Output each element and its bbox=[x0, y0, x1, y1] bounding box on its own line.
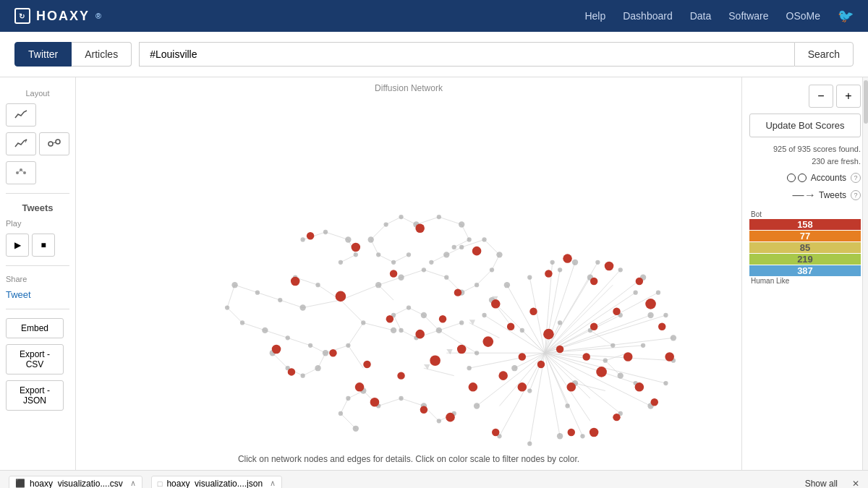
svg-point-280 bbox=[420, 406, 427, 413]
svg-point-128 bbox=[398, 275, 404, 281]
color-bar-value-1: 158 bbox=[797, 219, 813, 230]
svg-line-3 bbox=[53, 142, 56, 143]
layout-row-1 bbox=[6, 103, 69, 127]
color-bar-5[interactable]: 387 bbox=[749, 265, 861, 276]
svg-point-270 bbox=[635, 382, 644, 392]
svg-point-136 bbox=[459, 245, 464, 249]
color-bar-1[interactable]: 158 bbox=[749, 219, 861, 230]
csv-close-icon[interactable]: ∧ bbox=[130, 479, 136, 488]
twitter-nav-icon[interactable]: 🐦 bbox=[838, 8, 854, 24]
svg-point-160 bbox=[286, 335, 290, 340]
zoom-in-button[interactable]: + bbox=[836, 85, 861, 108]
embed-button[interactable]: Embed bbox=[6, 318, 64, 338]
play-label: Play bbox=[6, 219, 69, 228]
json-close-icon[interactable]: ∧ bbox=[270, 479, 276, 488]
svg-point-190 bbox=[550, 260, 555, 265]
svg-point-256 bbox=[582, 353, 590, 360]
svg-point-274 bbox=[329, 349, 336, 356]
color-bar-value-4: 219 bbox=[797, 254, 813, 265]
nav-help[interactable]: Help bbox=[584, 10, 605, 22]
stop-button[interactable]: ■ bbox=[32, 234, 55, 257]
svg-point-5 bbox=[20, 168, 22, 171]
svg-point-162 bbox=[323, 350, 328, 356]
svg-point-238 bbox=[472, 247, 482, 256]
accounts-circles bbox=[787, 174, 807, 182]
nav-software[interactable]: Software bbox=[728, 10, 768, 22]
color-bar-4[interactable]: 219 bbox=[749, 254, 861, 265]
update-bot-scores-button[interactable]: Update Bot Scores bbox=[749, 114, 861, 137]
logo[interactable]: ↻ HOAXY® bbox=[14, 8, 103, 24]
layout-btn-3[interactable] bbox=[6, 161, 36, 184]
logo-text: HOAXY bbox=[36, 9, 90, 24]
svg-point-275 bbox=[272, 345, 281, 354]
nav-data[interactable]: Data bbox=[690, 10, 712, 22]
file-tab-csv[interactable]: ⬛ hoaxy_visualizatio....csv ∧ bbox=[9, 476, 142, 489]
bottom-close-icon[interactable]: ✕ bbox=[852, 479, 859, 489]
svg-point-208 bbox=[437, 419, 441, 423]
svg-point-212 bbox=[339, 411, 343, 416]
svg-point-227 bbox=[520, 328, 524, 333]
svg-point-196 bbox=[610, 343, 615, 348]
nav-osome[interactable]: OSoMe bbox=[786, 10, 820, 22]
right-scrollbar[interactable] bbox=[862, 77, 868, 470]
svg-point-146 bbox=[368, 236, 374, 242]
svg-point-185 bbox=[656, 291, 660, 295]
main-content: Layout Tweets Play ▶ ■ Share T bbox=[0, 77, 868, 470]
svg-point-2 bbox=[56, 140, 60, 144]
svg-point-168 bbox=[421, 312, 427, 318]
svg-point-161 bbox=[308, 343, 312, 348]
svg-point-144 bbox=[399, 215, 403, 219]
svg-point-249 bbox=[498, 371, 508, 380]
svg-point-240 bbox=[386, 315, 393, 322]
svg-point-148 bbox=[391, 260, 396, 265]
json-icon: □ bbox=[158, 479, 163, 488]
svg-point-245 bbox=[491, 299, 501, 309]
svg-point-279 bbox=[370, 398, 380, 407]
svg-point-269 bbox=[651, 398, 658, 406]
svg-point-260 bbox=[590, 322, 597, 330]
export-json-button[interactable]: Export - JSON bbox=[6, 380, 64, 411]
search-input[interactable] bbox=[139, 42, 794, 67]
play-button[interactable]: ▶ bbox=[6, 234, 29, 257]
layout-btn-1[interactable] bbox=[6, 103, 36, 127]
nav-dashboard[interactable]: Dashboard bbox=[623, 10, 673, 22]
search-button[interactable]: Search bbox=[794, 42, 854, 67]
svg-point-188 bbox=[595, 260, 600, 265]
svg-point-154 bbox=[278, 298, 282, 302]
svg-point-253 bbox=[518, 382, 527, 392]
svg-point-272 bbox=[590, 428, 599, 437]
svg-point-191 bbox=[634, 291, 638, 295]
svg-point-147 bbox=[376, 252, 380, 257]
file-tab-json[interactable]: □ hoaxy_visualizatio....json ∧ bbox=[151, 476, 282, 489]
sidebar-divider-1 bbox=[6, 193, 69, 194]
zoom-out-button[interactable]: − bbox=[809, 85, 833, 108]
svg-point-266 bbox=[645, 299, 656, 309]
svg-point-165 bbox=[391, 328, 396, 333]
svg-point-258 bbox=[613, 308, 620, 315]
svg-point-158 bbox=[240, 320, 244, 325]
svg-point-263 bbox=[590, 278, 597, 285]
export-csv-button[interactable]: Export - CSV bbox=[6, 344, 64, 374]
tweet-link[interactable]: Tweet bbox=[6, 289, 69, 300]
layout-btn-2b[interactable] bbox=[39, 132, 69, 155]
accounts-label: Accounts bbox=[811, 173, 846, 183]
svg-point-157 bbox=[225, 305, 229, 309]
network-area[interactable]: Diffusion Network bbox=[76, 77, 741, 470]
human-label: Human bbox=[751, 277, 774, 285]
svg-point-156 bbox=[231, 282, 237, 288]
svg-point-152 bbox=[315, 283, 320, 287]
show-all-link[interactable]: Show all bbox=[805, 479, 838, 489]
play-controls: ▶ ■ bbox=[6, 234, 69, 257]
color-bar-2[interactable]: 77 bbox=[749, 231, 861, 241]
tab-twitter[interactable]: Twitter bbox=[14, 42, 72, 67]
network-svg[interactable] bbox=[76, 77, 741, 470]
search-area: Twitter Articles Search bbox=[0, 32, 868, 77]
svg-point-139 bbox=[437, 215, 441, 219]
layout-btn-2a[interactable] bbox=[6, 132, 36, 155]
tab-articles[interactable]: Articles bbox=[72, 42, 132, 67]
accounts-help-icon[interactable]: ? bbox=[851, 173, 861, 183]
color-bar-value-2: 77 bbox=[800, 231, 810, 241]
tweets-help-icon[interactable]: ? bbox=[851, 190, 861, 200]
zoom-controls: − + bbox=[749, 85, 861, 108]
color-bar-3[interactable]: 85 bbox=[749, 242, 861, 253]
